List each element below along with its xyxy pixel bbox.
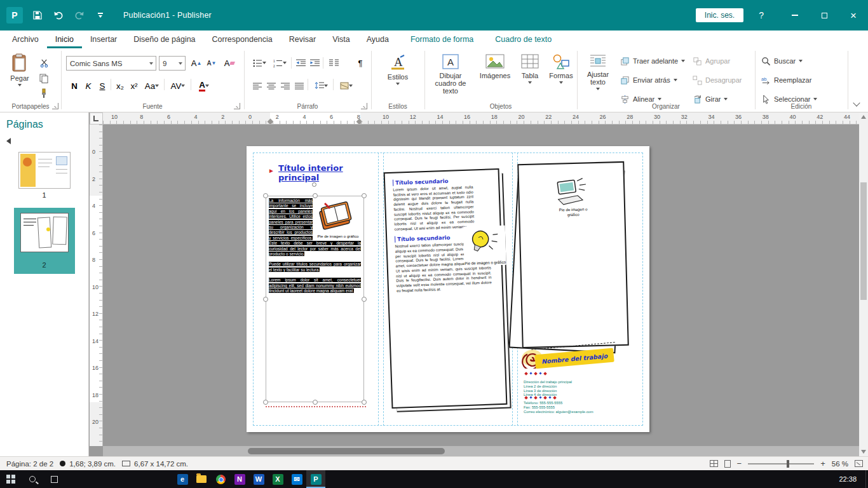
- horizontal-scrollbar[interactable]: [103, 446, 859, 456]
- numbering-button[interactable]: 12: [271, 56, 288, 70]
- find-button[interactable]: Buscar: [761, 53, 803, 69]
- font-size-combo[interactable]: 9: [159, 56, 186, 71]
- taskbar-clock[interactable]: 22:38: [839, 475, 857, 483]
- italic-button[interactable]: K: [81, 79, 95, 93]
- single-page-view-button[interactable]: [724, 460, 731, 468]
- tab-inicio[interactable]: Inicio: [47, 30, 82, 48]
- selection-handle[interactable]: [313, 400, 318, 405]
- selected-text-box[interactable]: Pie de imagen o gráfico La información m…: [266, 196, 364, 402]
- minimize-button[interactable]: [780, 0, 810, 30]
- table-button[interactable]: Tabla: [516, 53, 544, 84]
- middle-paragraph-1[interactable]: Lorem ipsum dolor sit amet, augiat nulla…: [393, 185, 474, 232]
- clear-formatting-button[interactable]: A: [222, 56, 236, 70]
- tab-correspondencia[interactable]: Correspondencia: [204, 30, 281, 48]
- middle-panel-sheet[interactable]: Título secundario Lorem ipsum dolor sit …: [384, 168, 508, 409]
- interior-title-textbox[interactable]: Título interior principal: [278, 163, 361, 182]
- save-button[interactable]: [31, 9, 44, 22]
- line-spacing-button[interactable]: [311, 79, 330, 93]
- scroll-down-icon[interactable]: [861, 450, 866, 454]
- qat-customize-button[interactable]: [94, 9, 107, 22]
- taskbar-icon-edge[interactable]: e: [173, 470, 192, 488]
- collapse-pages-panel-icon[interactable]: [6, 138, 11, 144]
- two-page-view-button[interactable]: [710, 460, 718, 467]
- align-left-button[interactable]: [250, 79, 264, 93]
- horizontal-ruler[interactable]: 1086420246810121416182022242628303234363…: [103, 112, 859, 125]
- vertical-ruler[interactable]: 02468101214161820: [90, 125, 103, 446]
- bold-button[interactable]: N: [67, 79, 81, 93]
- zoom-out-button[interactable]: −: [737, 459, 742, 468]
- taskbar-icon-mail[interactable]: ✉: [287, 470, 306, 488]
- group-button[interactable]: Agrupar: [693, 53, 730, 69]
- show-paragraph-marks-button[interactable]: ¶: [353, 56, 367, 70]
- page-indicator[interactable]: Página: 2 de 2: [6, 460, 53, 468]
- ruler-origin-box[interactable]: [90, 112, 103, 125]
- taskbar-icon-word[interactable]: W: [249, 470, 268, 488]
- selection-handle[interactable]: [263, 400, 268, 405]
- decrease-indent-button[interactable]: [294, 56, 308, 70]
- page-2-thumbnail[interactable]: [20, 213, 69, 252]
- zoom-slider-thumb[interactable]: [787, 460, 789, 468]
- vertical-scrollbar-thumb[interactable]: [860, 182, 867, 300]
- paste-button[interactable]: Pegar: [5, 53, 34, 86]
- paragraph-dialog-launcher[interactable]: [361, 103, 367, 109]
- columns-button[interactable]: [327, 56, 341, 70]
- wrap-text-button[interactable]: Ajustar texto: [581, 53, 615, 90]
- tab-revisar[interactable]: Revisar: [281, 30, 324, 48]
- character-spacing-button[interactable]: AV: [168, 79, 188, 93]
- underline-button[interactable]: S: [95, 79, 109, 93]
- tab-formato-de-forma[interactable]: Formato de forma: [402, 30, 482, 48]
- copy-button[interactable]: [37, 71, 51, 85]
- format-painter-button[interactable]: [37, 86, 51, 100]
- selection-handle[interactable]: [263, 297, 268, 302]
- zoom-in-button[interactable]: +: [820, 459, 825, 468]
- taskbar-icon-onenote[interactable]: N: [230, 470, 249, 488]
- selection-handle[interactable]: [362, 297, 367, 302]
- vertical-scrollbar[interactable]: [859, 112, 868, 456]
- tab-cuadro-de-texto[interactable]: Cuadro de texto: [487, 30, 560, 48]
- borders-shading-button[interactable]: [337, 79, 356, 93]
- taskbar-icon-file-explorer[interactable]: [192, 470, 211, 488]
- subscript-button[interactable]: x₂: [113, 79, 127, 93]
- taskbar-icon-chrome[interactable]: [211, 470, 230, 488]
- page-1-thumbnail[interactable]: [18, 152, 71, 189]
- images-button[interactable]: Imágenes: [477, 53, 513, 79]
- selection-handle[interactable]: [312, 182, 316, 187]
- lightbulb-caption[interactable]: Pie de imagen o gráfico: [465, 260, 506, 266]
- help-button[interactable]: ?: [759, 10, 764, 20]
- task-view-button[interactable]: [43, 470, 65, 488]
- computer-caption[interactable]: Pie de imagen o gráfico: [553, 207, 593, 217]
- taskbar-search-button[interactable]: [22, 470, 43, 488]
- lightbulb-clipart[interactable]: [463, 226, 500, 261]
- scroll-up-icon[interactable]: [861, 115, 866, 119]
- close-button[interactable]: ×: [839, 0, 868, 30]
- font-family-combo[interactable]: Comic Sans MS: [66, 56, 156, 71]
- page-2-number[interactable]: 2: [0, 261, 88, 269]
- fit-page-button[interactable]: [855, 460, 863, 467]
- start-button[interactable]: [0, 470, 22, 488]
- align-right-button[interactable]: [278, 79, 292, 93]
- zoom-level[interactable]: 56 %: [832, 460, 848, 468]
- computer-clipart[interactable]: [552, 177, 591, 208]
- undo-button[interactable]: [52, 9, 65, 22]
- document-canvas[interactable]: ► Título interior principal Pie de image…: [103, 125, 859, 446]
- object-size[interactable]: 6,67 x 14,72 cm.: [134, 460, 188, 468]
- font-dialog-launcher[interactable]: [234, 103, 240, 109]
- redo-button[interactable]: [73, 9, 86, 22]
- tab-archivo[interactable]: Archivo: [4, 30, 47, 48]
- tab-vista[interactable]: Vista: [324, 30, 358, 48]
- grow-font-button[interactable]: A▲: [189, 56, 203, 70]
- sign-in-button[interactable]: Inic. ses.: [696, 8, 743, 22]
- selection-handle[interactable]: [263, 193, 268, 198]
- maximize-button[interactable]: [810, 0, 839, 30]
- horizontal-scrollbar-thumb[interactable]: [248, 448, 445, 454]
- collapse-ribbon-button[interactable]: [853, 99, 860, 106]
- bring-forward-button[interactable]: Traer adelante: [620, 53, 685, 69]
- justify-button[interactable]: [292, 79, 306, 93]
- selection-handle[interactable]: [362, 193, 367, 198]
- replace-button[interactable]: ab Reemplazar: [761, 72, 811, 88]
- tab-insertar[interactable]: Insertar: [82, 30, 125, 48]
- font-color-button[interactable]: A: [194, 79, 214, 93]
- book-clipart[interactable]: [315, 198, 355, 234]
- selection-handle[interactable]: [362, 400, 367, 405]
- shapes-button[interactable]: Formas: [546, 53, 576, 84]
